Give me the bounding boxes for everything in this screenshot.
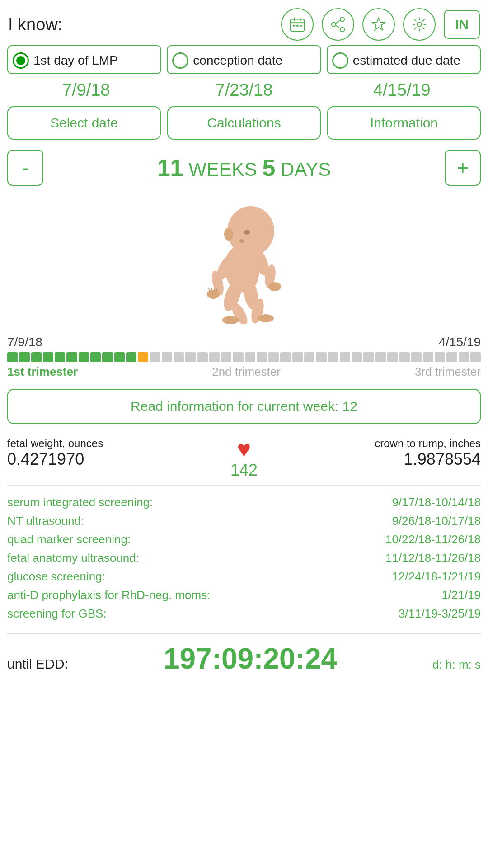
radio-conception[interactable]: conception date (167, 45, 321, 74)
med-row: fetal anatomy ultrasound: 11/12/18-11/26… (7, 551, 481, 565)
divider-1 (7, 429, 481, 429)
med-date-2: 10/22/18-11/26/18 (385, 533, 481, 547)
weight-stat: fetal weight, ounces 0.4271970 (7, 437, 221, 469)
med-row: NT ultrasound: 9/26/18-10/17/18 (7, 514, 481, 528)
trimester1-label: 1st trimester (7, 365, 78, 379)
share-icon-button[interactable] (322, 8, 354, 41)
svg-rect-4 (293, 25, 296, 27)
calendar-icon (289, 16, 306, 33)
star-icon-button[interactable] (362, 8, 395, 41)
weight-label: fetal weight, ounces (7, 437, 221, 450)
minus-button[interactable]: - (7, 150, 43, 186)
i-know-label: I know: (8, 15, 62, 34)
svg-point-23 (224, 228, 233, 241)
med-row: quad marker screening: 10/22/18-11/26/18 (7, 533, 481, 547)
med-label-3: fetal anatomy ultrasound: (7, 551, 385, 565)
svg-line-11 (335, 25, 340, 29)
settings-icon (411, 16, 428, 33)
crown-label: crown to rump, inches (267, 437, 481, 450)
trimester-labels: 1st trimester 2nd trimester 3rd trimeste… (7, 365, 481, 379)
edd-units: d: h: m: s (432, 658, 481, 672)
weeks-label: WEEKS (188, 159, 257, 180)
med-date-0: 9/17/18-10/14/18 (392, 495, 481, 509)
med-date-5: 1/21/19 (441, 588, 481, 602)
settings-icon-button[interactable] (403, 8, 436, 41)
med-date-1: 9/26/18-10/17/18 (392, 514, 481, 528)
svg-point-38 (239, 239, 244, 243)
weeks-row: - 11 WEEKS 5 DAYS + (0, 147, 488, 190)
svg-rect-6 (300, 25, 302, 27)
weeks-number: 11 (157, 155, 183, 181)
svg-point-9 (340, 28, 345, 32)
progress-section: 7/9/18 4/15/19 1st trimester 2nd trimest… (0, 335, 488, 382)
svg-line-21 (414, 28, 417, 30)
share-icon (329, 16, 347, 33)
select-date-button[interactable]: Select date (7, 106, 161, 140)
med-label-1: NT ultrasound: (7, 514, 392, 528)
radio-lmp[interactable]: 1st day of LMP (7, 45, 161, 74)
med-label-6: screening for GBS: (7, 607, 399, 621)
radio-conception-label: conception date (193, 53, 282, 68)
svg-rect-5 (296, 25, 299, 27)
radio-lmp-circle (13, 52, 29, 69)
weight-value: 0.4271970 (7, 450, 221, 469)
med-label-2: quad marker screening: (7, 533, 385, 547)
med-date-3: 11/12/18-11/26/18 (385, 551, 481, 565)
svg-line-10 (335, 20, 340, 24)
heart-count: 142 (230, 461, 258, 480)
svg-point-27 (207, 290, 220, 299)
progress-end-date: 4/15/19 (439, 335, 481, 349)
weeks-display: 11 WEEKS 5 DAYS (49, 154, 439, 181)
edd-countdown: 197:09:20:24 (77, 642, 423, 675)
progress-dates: 7/9/18 4/15/19 (7, 335, 481, 349)
radio-due[interactable]: estimated due date (327, 45, 481, 74)
star-icon (370, 16, 387, 33)
progress-start-date: 7/9/18 (7, 335, 42, 349)
svg-point-13 (417, 22, 422, 27)
dates-row: 7/9/18 7/23/18 4/15/19 (0, 79, 488, 106)
heart-icon: ♥ (237, 437, 251, 461)
trimester2-label: 2nd trimester (212, 365, 281, 379)
svg-point-30 (268, 282, 281, 291)
action-btn-row: Select date Calculations Information (0, 106, 488, 147)
crown-value: 1.9878554 (267, 450, 481, 469)
svg-line-18 (414, 19, 417, 22)
svg-marker-12 (372, 18, 385, 30)
svg-point-36 (258, 314, 274, 322)
fetus-image (181, 197, 307, 324)
edd-row: until EDD: 197:09:20:24 d: h: m: s (0, 637, 488, 684)
med-row: anti-D prophylaxis for RhD-neg. moms: 1/… (7, 588, 481, 602)
divider-3 (7, 633, 481, 634)
lmp-date: 7/9/18 (7, 80, 165, 100)
trimester3-label: 3rd trimester (415, 365, 481, 379)
due-date: 4/15/19 (323, 80, 481, 100)
divider-2 (7, 485, 481, 486)
med-date-6: 3/11/19-3/25/19 (399, 607, 481, 621)
calculations-button[interactable]: Calculations (167, 106, 321, 140)
calendar-icon-button[interactable] (281, 8, 314, 41)
conception-date: 7/23/18 (165, 80, 323, 100)
fetus-area (0, 190, 488, 335)
med-label-0: serum integrated screening: (7, 495, 392, 509)
information-button[interactable]: Information (327, 106, 481, 140)
svg-line-20 (422, 19, 425, 22)
med-row: glucose screening: 12/24/18-1/21/19 (7, 570, 481, 584)
top-bar: I know: (0, 0, 488, 45)
radio-conception-circle (172, 52, 188, 69)
read-info-button[interactable]: Read information for current week: 12 (7, 389, 481, 424)
med-row: serum integrated screening: 9/17/18-10/1… (7, 495, 481, 509)
in-button[interactable]: IN (444, 10, 480, 39)
days-number: 5 (263, 155, 276, 181)
med-date-4: 12/24/18-1/21/19 (392, 570, 481, 584)
crown-stat: crown to rump, inches 1.9878554 (267, 437, 481, 469)
radio-lmp-label: 1st day of LMP (33, 53, 118, 68)
radio-due-circle (332, 52, 348, 69)
days-label: DAYS (281, 159, 331, 180)
plus-button[interactable]: + (445, 150, 481, 186)
stats-row: fetal weight, ounces 0.4271970 ♥ 142 cro… (0, 433, 488, 481)
svg-point-37 (244, 230, 250, 235)
radio-row: 1st day of LMP conception date estimated… (0, 45, 488, 74)
radio-due-label: estimated due date (353, 53, 460, 68)
med-label-5: anti-D prophylaxis for RhD-neg. moms: (7, 588, 441, 602)
med-row: screening for GBS: 3/11/19-3/25/19 (7, 607, 481, 621)
